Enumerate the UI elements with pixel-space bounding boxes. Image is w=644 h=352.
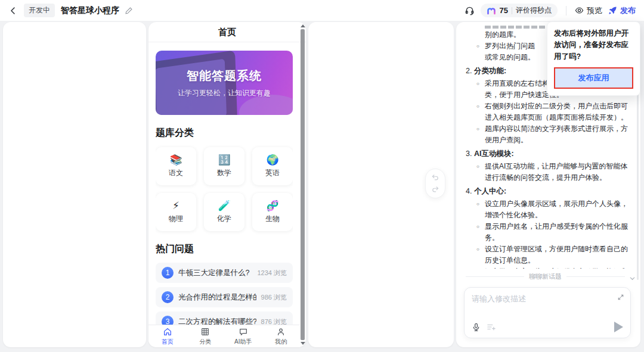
hot-question-list: 1 牛顿三大定律是什么? 1234 浏览 2 光合作用的过程是怎样的? 986 … xyxy=(156,263,293,325)
doc-line: ○提供AI互动功能，让用户能够与内置的智能体进行流畅的问答交流，提升用户体验。 xyxy=(466,161,630,183)
optimize-prompt-icon[interactable] xyxy=(487,323,496,331)
eye-icon xyxy=(575,6,584,15)
view-count: 1234 浏览 xyxy=(257,269,287,278)
doc-line: ○题库内容以简洁的文字列表形式进行展示，方便用户查阅。 xyxy=(466,123,630,146)
doc-line: 3. AI互动模块: xyxy=(466,148,630,160)
category-card-math[interactable]: 🔢 数学 xyxy=(204,147,244,185)
expand-icon[interactable] xyxy=(617,294,624,301)
points-badge[interactable]: 75 评价得秒点 xyxy=(481,4,558,17)
person-icon xyxy=(276,327,286,337)
back-icon[interactable] xyxy=(8,6,18,15)
chat-bubble-icon xyxy=(239,327,248,337)
modify-description-input[interactable] xyxy=(472,294,612,315)
rocket-icon xyxy=(608,6,617,15)
phone-page-title: 首页 xyxy=(148,22,306,42)
doc-line: 4. 个人中心: xyxy=(466,186,630,197)
edit-title-icon[interactable] xyxy=(125,7,133,14)
send-icon[interactable] xyxy=(614,322,623,332)
headset-icon[interactable] xyxy=(465,5,475,15)
categories-section-title: 题库分类 xyxy=(156,127,293,139)
topbar: 开发中 智答星球小程序 75 评价得秒点 预览 发布 xyxy=(0,0,644,21)
books-icon: 📚 xyxy=(169,155,182,165)
view-count: 986 浏览 xyxy=(261,293,287,302)
category-card-english[interactable]: 🌍 英语 xyxy=(252,147,293,185)
category-grid: 📚 语文 🔢 数学 🌍 英语 ⚡ 物理 🧪 化学 xyxy=(156,147,293,231)
numbers-icon: 🔢 xyxy=(218,155,230,165)
miaoda-logo-icon xyxy=(487,6,496,15)
tab-home[interactable]: 首页 xyxy=(148,325,187,347)
status-badge: 开发中 xyxy=(24,4,55,17)
category-card-chinese[interactable]: 📚 语文 xyxy=(156,147,196,185)
new-topic-divider: 聊聊新话题 xyxy=(466,272,625,281)
tab-ai-assistant[interactable]: AI助手 xyxy=(224,325,262,347)
globe-icon: 🌍 xyxy=(266,155,278,165)
test-tube-icon: 🧪 xyxy=(218,201,230,211)
tab-categories[interactable]: 分类 xyxy=(187,325,225,347)
hot-questions-section-title: 热门问题 xyxy=(156,243,293,256)
home-icon xyxy=(163,327,172,337)
preview-button[interactable]: 预览 xyxy=(575,5,602,16)
undo-icon[interactable] xyxy=(431,173,439,182)
annotation-box: 发布应用 xyxy=(554,67,633,89)
phone-preview-home[interactable]: 首页 智能答题系统 让学习更轻松，让知识更有趣 题库分类 📚 语文 🔢 xyxy=(148,22,306,347)
microphone-icon[interactable] xyxy=(472,323,481,332)
category-card-chemistry[interactable]: 🧪 化学 xyxy=(204,193,244,231)
hot-question-row[interactable]: 1 牛顿三大定律是什么? 1234 浏览 xyxy=(156,263,293,283)
points-label: 评价得秒点 xyxy=(516,5,552,15)
lightning-icon: ⚡ xyxy=(172,201,179,211)
chevron-down-icon[interactable] xyxy=(629,273,636,284)
dna-icon: 🧬 xyxy=(266,201,278,211)
publish-confirm-popup: 发布后将对外部用户开放访问，准备好发布应用了吗? 发布应用 xyxy=(547,21,640,96)
grid-icon xyxy=(200,327,210,337)
scroll-down-arrow[interactable] xyxy=(301,342,305,345)
doc-line: ○显示用户姓名，让用户感受到专属的个性化服务。 xyxy=(466,221,630,244)
category-card-biology[interactable]: 🧬 生物 xyxy=(252,193,293,231)
view-count: 876 浏览 xyxy=(261,317,287,325)
doc-line: ○右侧则列出对应的二级分类，用户点击后即可进入相关题库页面（题库页面将后续开发）… xyxy=(466,101,630,123)
project-title: 智答星球小程序 xyxy=(61,5,119,16)
hero-subtitle: 让学习更轻松，让知识更有趣 xyxy=(178,88,271,98)
hot-question-row[interactable]: 2 光合作用的过程是怎样的? 986 浏览 xyxy=(156,287,293,307)
rank-badge: 1 xyxy=(162,267,174,279)
publish-button[interactable]: 发布 xyxy=(608,5,636,16)
rank-badge: 2 xyxy=(162,291,174,303)
hot-question-row[interactable]: 3 二次方程的解法有哪些? 876 浏览 xyxy=(156,311,293,325)
redo-icon[interactable] xyxy=(431,185,439,194)
popup-message: 发布后将对外部用户开放访问，准备好发布应用了吗? xyxy=(554,28,633,63)
publish-app-button[interactable]: 发布应用 xyxy=(555,68,632,88)
phone-scrollbar[interactable] xyxy=(300,23,305,347)
scroll-up-arrow[interactable] xyxy=(301,24,305,27)
hero-banner[interactable]: 智能答题系统 让学习更轻松，让知识更有趣 xyxy=(156,51,293,115)
message-composer xyxy=(464,287,631,338)
points-value: 75 xyxy=(500,6,508,15)
rank-badge: 3 xyxy=(162,316,174,325)
undo-redo-toolbar xyxy=(425,169,445,198)
category-card-physics[interactable]: ⚡ 物理 xyxy=(156,193,196,231)
phone-tab-bar: 首页 分类 AI助手 我的 xyxy=(148,325,300,347)
hero-title: 智能答题系统 xyxy=(187,68,262,84)
canvas-page-blank-left[interactable] xyxy=(3,22,146,347)
doc-line: ○设立学习中心，为用户提供丰富的学习资源和学习进度查看功能，助力用户高效学习。 xyxy=(466,266,630,269)
doc-line: ○设立用户头像展示区域，展示用户个人头像，增强个性化体验。 xyxy=(466,198,630,221)
scrollbar-thumb[interactable] xyxy=(301,29,305,340)
tab-profile[interactable]: 我的 xyxy=(262,325,301,347)
doc-line: ○设立订单管理区域，方便用户随时查看自己的历史订单信息。 xyxy=(466,244,630,266)
